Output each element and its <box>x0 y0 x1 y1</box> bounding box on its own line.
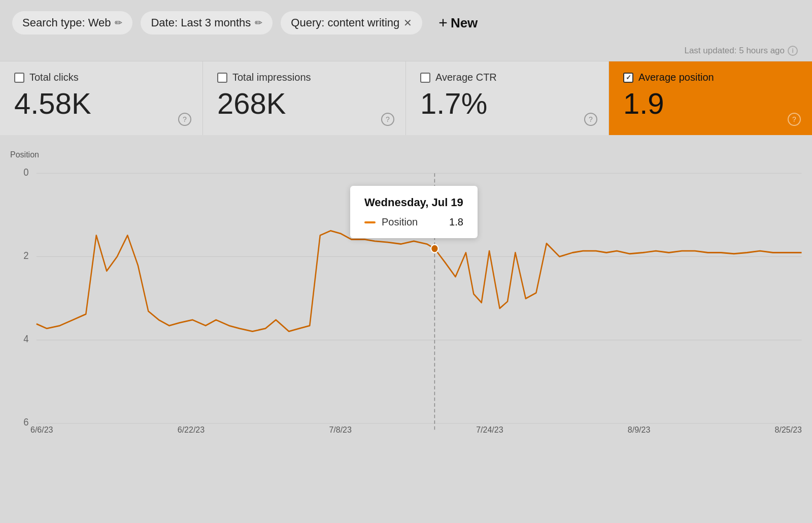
metric-card-average-position[interactable]: Average position 1.9 ? <box>609 61 812 135</box>
last-updated-text: Last updated: 5 hours ago <box>684 46 785 56</box>
search-type-filter[interactable]: Search type: Web ✏ <box>12 11 132 35</box>
search-type-label: Search type: Web <box>22 16 111 29</box>
metric-help-position[interactable]: ? <box>788 113 801 126</box>
query-label: Query: content writing <box>291 16 399 29</box>
svg-text:6: 6 <box>23 416 28 428</box>
checkbox-average-ctr[interactable] <box>420 73 430 83</box>
metric-card-header-ctr: Average CTR <box>420 72 594 83</box>
metric-card-total-impressions[interactable]: Total impressions 268K ? <box>203 61 406 135</box>
date-edit-icon: ✏ <box>255 17 262 28</box>
x-label-4: 7/24/23 <box>476 426 503 435</box>
svg-text:4: 4 <box>23 333 28 344</box>
svg-text:2: 2 <box>23 249 28 261</box>
new-label: New <box>451 15 478 31</box>
date-filter[interactable]: Date: Last 3 months ✏ <box>141 11 273 35</box>
metric-card-header-impressions: Total impressions <box>217 72 391 83</box>
metric-value-impressions: 268K <box>217 87 391 120</box>
metric-cards: Total clicks 4.58K ? Total impressions 2… <box>0 61 812 135</box>
metric-help-ctr[interactable]: ? <box>584 113 597 126</box>
filter-bar: Search type: Web ✏ Date: Last 3 months ✏… <box>0 0 812 46</box>
tooltip-metric-label: Position <box>382 216 443 228</box>
plus-icon: + <box>438 14 448 31</box>
tooltip-row: Position 1.8 <box>364 216 463 228</box>
x-label-6: 8/25/23 <box>775 426 802 435</box>
x-label-2: 6/22/23 <box>178 426 205 435</box>
metric-label-impressions: Total impressions <box>232 72 311 83</box>
new-button[interactable]: + New <box>430 9 486 37</box>
search-type-edit-icon: ✏ <box>115 17 122 28</box>
svg-point-9 <box>431 245 438 253</box>
checkbox-total-impressions[interactable] <box>217 73 227 83</box>
last-updated-bar: Last updated: 5 hours ago i <box>0 46 812 61</box>
date-label: Date: Last 3 months <box>151 16 251 29</box>
metric-card-average-ctr[interactable]: Average CTR 1.7% ? <box>406 61 609 135</box>
metric-value-clicks: 4.58K <box>14 87 188 120</box>
chart-area: Position 0 2 4 6 6/6/23 6/22/23 7/8/23 7… <box>0 135 812 440</box>
tooltip-line-indicator <box>364 221 376 223</box>
metric-value-ctr: 1.7% <box>420 87 594 120</box>
query-filter[interactable]: Query: content writing ✕ <box>281 11 422 35</box>
chart-x-labels: 6/6/23 6/22/23 7/8/23 7/24/23 8/9/23 8/2… <box>30 426 802 435</box>
x-label-1: 6/6/23 <box>30 426 53 435</box>
metric-value-position: 1.9 <box>623 87 798 120</box>
x-label-3: 7/8/23 <box>329 426 351 435</box>
x-label-5: 8/9/23 <box>628 426 650 435</box>
query-close-icon: ✕ <box>403 17 412 29</box>
metric-card-total-clicks[interactable]: Total clicks 4.58K ? <box>0 61 203 135</box>
checkbox-total-clicks[interactable] <box>14 73 24 83</box>
metric-help-clicks[interactable]: ? <box>178 113 191 126</box>
metric-card-header-position: Average position <box>623 72 798 83</box>
svg-text:0: 0 <box>23 166 28 178</box>
metric-label-clicks: Total clicks <box>29 72 79 83</box>
metric-label-ctr: Average CTR <box>435 72 497 83</box>
metric-card-header-clicks: Total clicks <box>14 72 188 83</box>
chart-tooltip: Wednesday, Jul 19 Position 1.8 <box>350 186 478 238</box>
metric-help-impressions[interactable]: ? <box>381 113 394 126</box>
tooltip-metric-value: 1.8 <box>449 216 463 228</box>
last-updated-info-icon[interactable]: i <box>788 46 798 56</box>
metric-label-position: Average position <box>638 72 714 83</box>
checkbox-average-position[interactable] <box>623 73 633 83</box>
tooltip-date: Wednesday, Jul 19 <box>364 196 463 209</box>
